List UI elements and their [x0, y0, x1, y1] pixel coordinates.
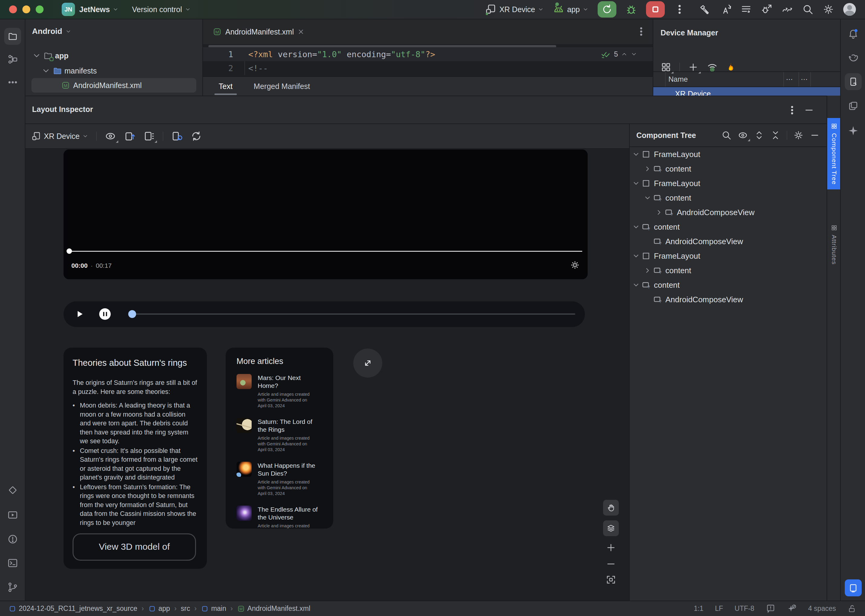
maximize-window-button[interactable] — [36, 5, 44, 13]
article-item[interactable]: Saturn: The Lord of the Rings Article an… — [237, 418, 326, 453]
inspector-process-picker[interactable]: XR Device — [31, 131, 88, 141]
notifications-button[interactable] — [848, 28, 859, 39]
file-encoding[interactable]: UTF-8 — [735, 605, 754, 613]
todo-list-icon[interactable] — [740, 4, 752, 15]
3d-layers-button[interactable] — [603, 520, 619, 536]
tree-node[interactable]: ? AndroidComposeView — [630, 205, 827, 220]
debug-icon[interactable] — [625, 4, 637, 15]
run-configuration-selector[interactable]: app — [553, 4, 589, 15]
chevron-icon[interactable] — [643, 266, 652, 275]
device-manager-button[interactable] — [845, 73, 862, 90]
attach-debugger-icon[interactable] — [761, 4, 772, 15]
tree-node-manifests[interactable]: manifests — [41, 64, 97, 78]
tree-settings-icon[interactable] — [793, 130, 804, 140]
column-more-2[interactable]: … — [801, 73, 808, 82]
build-icon[interactable] — [699, 4, 711, 15]
article-item[interactable]: The Endless Allure of the Universe Artic… — [237, 506, 326, 528]
expand-all-icon[interactable] — [754, 130, 764, 140]
firebase-icon[interactable] — [726, 62, 736, 72]
article-item[interactable]: Mars: Our Next Home? Article and images … — [237, 374, 326, 409]
chevron-icon[interactable] — [631, 251, 641, 261]
add-device-icon[interactable] — [688, 62, 699, 72]
breadcrumb-item[interactable]: M › — [141, 605, 144, 613]
settings-icon[interactable] — [823, 4, 834, 15]
refresh-icon[interactable] — [190, 130, 202, 142]
hide-tree-icon[interactable] — [810, 130, 820, 140]
chevron-down-icon[interactable] — [32, 51, 41, 60]
tree-node[interactable]: ? content — [630, 162, 827, 176]
inspector-render-surface[interactable]: 00:00 · 00:17 — [25, 149, 629, 601]
live-updates-icon[interactable] — [171, 130, 183, 142]
close-tab-icon[interactable] — [297, 28, 305, 35]
video-settings-icon[interactable] — [570, 260, 580, 270]
tab-text[interactable]: Text — [214, 77, 237, 96]
tree-node[interactable]: ? FrameLayout — [630, 176, 827, 191]
breadcrumb-item[interactable]: M › — [194, 605, 196, 613]
line-separator[interactable]: LF — [715, 605, 723, 613]
gemini-ai-button[interactable] — [848, 125, 859, 136]
inspection-highlight-icon[interactable] — [766, 604, 776, 614]
search-everywhere-icon[interactable] — [802, 4, 813, 15]
ai-assistant-disabled-icon[interactable] — [787, 604, 797, 614]
project-menu[interactable]: JetNews — [79, 5, 119, 14]
layout-mode-icon[interactable] — [143, 130, 155, 142]
code-line-1[interactable]: 1 <?xml version="1.0" encoding="utf-8"?> — [203, 47, 653, 61]
chevron-icon[interactable] — [643, 193, 652, 203]
chevron-icon[interactable] — [643, 164, 652, 173]
video-progress-thumb[interactable] — [66, 248, 72, 254]
sync-project-icon[interactable] — [720, 4, 731, 15]
tree-node[interactable]: ? FrameLayout — [630, 249, 827, 263]
tree-node[interactable]: ? AndroidComposeView — [630, 292, 827, 307]
app-quality-insights-button[interactable] — [7, 485, 18, 496]
breadcrumb-item[interactable]: M src — [181, 605, 190, 613]
tree-node[interactable]: ? content — [630, 191, 827, 205]
editor-tab-androidmanifest[interactable]: M AndroidManifest.xml — [203, 19, 312, 44]
project-tool-button[interactable] — [4, 28, 21, 45]
device-grouping-icon[interactable] — [661, 62, 672, 72]
unlocked-icon[interactable] — [848, 604, 857, 613]
breadcrumb-item[interactable]: M 2024-12-05_RC11_jetnews_xr_source — [8, 605, 137, 613]
chevron-icon[interactable] — [631, 179, 641, 188]
tree-search-icon[interactable] — [721, 130, 732, 140]
breadcrumb-item[interactable]: M app — [148, 605, 170, 613]
tree-node[interactable]: ? content — [630, 263, 827, 278]
tree-filter-eye-icon[interactable] — [738, 130, 748, 140]
pause-button[interactable] — [99, 308, 111, 320]
version-control-tool-button[interactable] — [7, 582, 18, 593]
tab-attributes[interactable]: Attributes — [827, 220, 841, 270]
tree-node[interactable]: ? AndroidComposeView — [630, 234, 827, 249]
breadcrumb-item[interactable]: M › — [174, 605, 177, 613]
rerun-button[interactable] — [598, 1, 616, 17]
version-control-menu[interactable]: Version control — [132, 5, 190, 14]
minimize-window-button[interactable] — [22, 5, 30, 13]
device-selector[interactable]: XR Device — [485, 4, 544, 15]
breadcrumb-item[interactable]: M main — [201, 605, 226, 613]
editor-options-icon[interactable] — [636, 26, 647, 37]
chevron-icon[interactable] — [655, 208, 664, 217]
commit-tool-button[interactable] — [7, 54, 18, 65]
previous-issue-icon[interactable] — [621, 51, 628, 58]
pan-mode-button[interactable] — [603, 500, 619, 515]
stop-button[interactable] — [646, 1, 665, 17]
caret-position[interactable]: 1:1 — [694, 605, 703, 613]
article-item[interactable]: What Happens if the Sun Dies? Article an… — [237, 462, 326, 497]
chevron-icon[interactable] — [631, 280, 641, 289]
column-name[interactable]: Name — [669, 75, 688, 83]
inspections-widget[interactable]: 5 — [601, 49, 637, 59]
profiler-icon[interactable] — [782, 4, 793, 15]
breadcrumb-item[interactable]: M › — [231, 605, 233, 613]
zoom-out-button[interactable] — [606, 558, 616, 569]
gradle-button[interactable] — [848, 52, 859, 63]
seek-slider[interactable] — [130, 313, 575, 315]
device-explorer-button[interactable] — [848, 101, 859, 112]
tab-merged-manifest[interactable]: Merged Manifest — [250, 77, 314, 96]
tree-node[interactable]: ? content — [630, 220, 827, 234]
seek-slider-thumb[interactable] — [128, 310, 136, 318]
hide-panel-icon[interactable] — [804, 105, 815, 116]
view-3d-model-button[interactable]: View 3D model of — [72, 533, 196, 561]
more-actions-icon[interactable] — [674, 4, 685, 15]
tree-node-manifest-file[interactable]: M AndroidManifest.xml — [61, 78, 141, 93]
chevron-down-icon[interactable] — [41, 66, 50, 75]
snapshot-export-icon[interactable] — [124, 130, 135, 142]
panel-options-icon[interactable] — [787, 105, 797, 116]
